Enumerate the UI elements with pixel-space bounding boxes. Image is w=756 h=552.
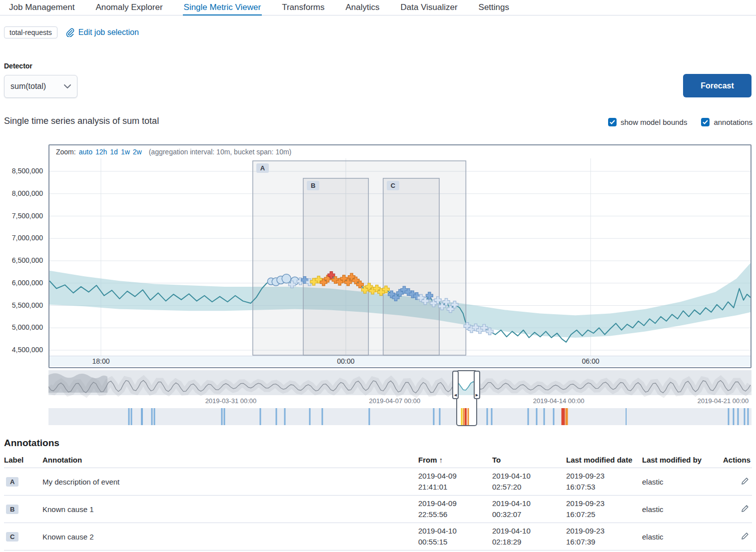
pencil-icon xyxy=(741,505,749,513)
zoom-link-12h[interactable]: 12h xyxy=(95,148,107,156)
annotation-modified-date: 2019-09-2316:07:53 xyxy=(566,471,642,493)
y-axis-label: 8,500,000 xyxy=(12,167,43,175)
swimlane-annotation-marker[interactable] xyxy=(284,408,286,425)
swimlane-annotation-marker[interactable] xyxy=(260,408,261,425)
swimlane-anomaly-marker[interactable] xyxy=(465,408,467,425)
tab-job-management[interactable]: Job Management xyxy=(8,0,75,15)
swimlane-annotation-marker[interactable] xyxy=(128,408,130,425)
swimlane-annotation-marker[interactable] xyxy=(154,408,155,425)
swimlane-annotation-marker[interactable] xyxy=(141,408,143,425)
checkbox-checked-icon xyxy=(608,118,617,126)
annotations-table-header: LabelAnnotationFrom ↑ToLast modified dat… xyxy=(4,452,752,468)
swimlane-annotation-marker[interactable] xyxy=(487,408,488,425)
tab-transforms[interactable]: Transforms xyxy=(281,0,325,15)
zoom-link-1d[interactable]: 1d xyxy=(110,148,118,156)
annotations-table-body: AMy description of event2019-04-0921:41:… xyxy=(4,468,752,551)
zoom-controls: Zoom: auto12h1d1w2w (aggregation interva… xyxy=(49,145,751,158)
swimlane-annotation-marker[interactable] xyxy=(131,408,132,425)
annotation-label-badge: A xyxy=(6,477,18,487)
column-header-annotation: Annotation xyxy=(42,456,418,464)
annotations-checkbox[interactable]: annotations xyxy=(701,118,753,126)
tab-settings[interactable]: Settings xyxy=(478,0,510,15)
x-axis-label: 18:00 xyxy=(92,357,109,365)
swimlane-annotation-marker[interactable] xyxy=(528,408,529,425)
edit-annotation-button[interactable] xyxy=(740,531,750,543)
swimlane-annotation-marker[interactable] xyxy=(744,408,746,425)
annotation-to: 2019-04-1002:57:20 xyxy=(492,471,566,493)
swimlane-annotation-marker[interactable] xyxy=(728,408,730,425)
swimlane-annotation-marker[interactable] xyxy=(276,408,277,425)
zoom-link-2w[interactable]: 2w xyxy=(133,148,142,156)
swimlane-annotation-marker[interactable] xyxy=(544,408,545,425)
column-header-modified_by: Last modified by xyxy=(642,456,723,464)
edit-job-selection-link[interactable]: Edit job selection xyxy=(65,28,139,37)
swimlane-annotation-marker[interactable] xyxy=(491,408,493,425)
context-date-label: 2019-04-14 00:00 xyxy=(533,397,585,405)
swimlane-anomaly-marker[interactable] xyxy=(463,408,465,425)
swimlane-annotation-marker[interactable] xyxy=(224,408,225,425)
zoom-link-auto[interactable]: auto xyxy=(79,148,92,156)
swimlane-annotation-marker[interactable] xyxy=(433,408,435,425)
pencil-icon xyxy=(741,532,749,540)
column-header-from[interactable]: From ↑ xyxy=(418,456,492,464)
swimlane-annotation-marker[interactable] xyxy=(309,408,311,425)
chart-title: Single time series analysis of sum total xyxy=(4,116,159,126)
swimlane-annotation-marker[interactable] xyxy=(221,408,223,425)
swimlane-annotation-marker[interactable] xyxy=(553,408,555,425)
annotation-row-B: BKnown cause 12019-04-0922:55:562019-04-… xyxy=(4,496,752,523)
annotation-text: My description of event xyxy=(42,478,418,486)
swimlane-annotation-marker[interactable] xyxy=(151,408,153,425)
swimlane-annotation-marker[interactable] xyxy=(322,408,323,425)
annotation-from: 2019-04-0922:55:56 xyxy=(418,498,492,520)
annotation-box-B[interactable] xyxy=(303,178,368,355)
brush-handle-left[interactable]: ◀ xyxy=(452,371,459,399)
annotation-label-badge: C xyxy=(6,532,18,542)
annotation-modified-by: elastic xyxy=(642,533,723,541)
detector-label: Detector xyxy=(4,62,32,70)
forecast-button[interactable]: Forecast xyxy=(683,74,752,97)
detector-select[interactable]: sum(total) xyxy=(4,75,77,98)
annotation-chip-A: A xyxy=(256,163,269,173)
left-arrow-icon: ◀ xyxy=(454,393,457,397)
y-axis-label: 4,500,000 xyxy=(12,346,43,354)
y-axis-label: 7,000,000 xyxy=(12,234,43,242)
zoom-links: auto12h1d1w2w xyxy=(79,148,142,156)
swimlane-annotation-marker[interactable] xyxy=(733,408,735,425)
tab-single-metric-viewer[interactable]: Single Metric Viewer xyxy=(183,0,262,15)
swimlane-annotation-marker[interactable] xyxy=(369,408,370,425)
annotation-box-C[interactable] xyxy=(383,178,439,355)
show-model-bounds-label: show model bounds xyxy=(621,118,687,126)
annotations-swimlane[interactable] xyxy=(48,408,752,425)
main-time-series-chart[interactable] xyxy=(49,158,751,356)
annotation-to: 2019-04-1002:18:29 xyxy=(492,526,566,548)
context-overview-chart[interactable]: 2019-03-31 00:002019-04-07 00:002019-04-… xyxy=(48,370,752,406)
tab-anomaly-explorer[interactable]: Anomaly Explorer xyxy=(94,0,163,15)
swimlane-anomaly-marker[interactable] xyxy=(461,408,463,425)
swimlane-annotation-marker[interactable] xyxy=(626,408,627,425)
annotation-modified-by: elastic xyxy=(642,505,723,514)
anomaly-marker-multibucket[interactable] xyxy=(282,274,291,283)
tab-data-visualizer[interactable]: Data Visualizer xyxy=(400,0,459,15)
context-date-label: 2019-03-31 00:00 xyxy=(205,397,257,405)
brush-handle-right[interactable]: ▶ xyxy=(474,371,480,399)
edit-annotation-button[interactable] xyxy=(740,504,750,515)
annotation-modified-by: elastic xyxy=(642,478,723,486)
tab-analytics[interactable]: Analytics xyxy=(345,0,381,15)
edit-annotation-button[interactable] xyxy=(740,476,750,488)
swimlane-annotation-marker[interactable] xyxy=(536,408,538,425)
swimlane-anomaly-marker[interactable] xyxy=(562,408,565,425)
annotations-label: annotations xyxy=(714,118,753,126)
show-model-bounds-checkbox[interactable]: show model bounds xyxy=(608,118,687,126)
column-header-label: Label xyxy=(4,456,42,464)
context-date-label: 2019-04-07 00:00 xyxy=(369,397,421,405)
swimlane-annotation-marker[interactable] xyxy=(748,408,749,425)
swimlane-annotation-marker[interactable] xyxy=(439,408,441,425)
y-axis-label: 5,500,000 xyxy=(12,301,43,309)
annotation-from: 2019-04-0921:41:01 xyxy=(418,471,492,493)
zoom-link-1w[interactable]: 1w xyxy=(121,148,130,156)
swimlane-annotation-marker[interactable] xyxy=(738,408,739,425)
annotation-text: Known cause 2 xyxy=(42,533,418,541)
swimlane-anomaly-marker[interactable] xyxy=(566,408,568,425)
y-axis-label: 7,500,000 xyxy=(12,212,43,220)
swimlane-anomaly-marker[interactable] xyxy=(468,408,469,425)
